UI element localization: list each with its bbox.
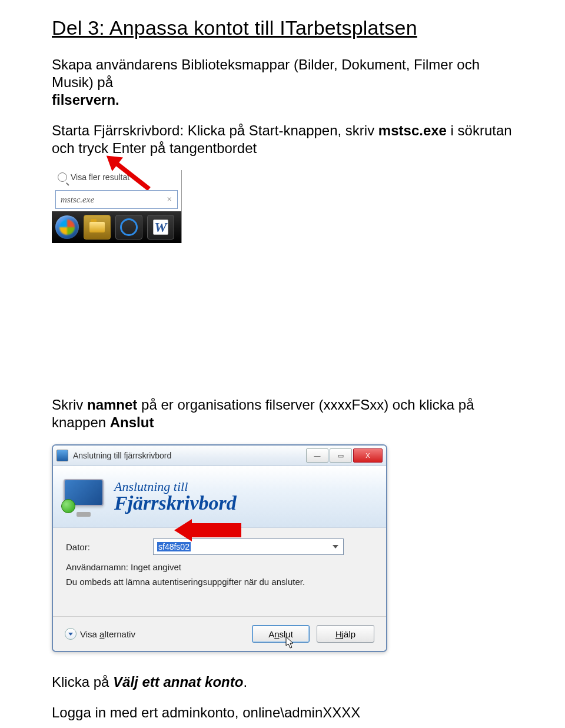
search-value: mstsc.exe bbox=[61, 195, 94, 205]
intro-pre: Skapa användarens Biblioteksmappar (Bild… bbox=[52, 56, 480, 90]
cursor-icon bbox=[285, 636, 295, 649]
app-icon bbox=[56, 450, 68, 461]
computer-value: sf48fs02 bbox=[157, 542, 191, 551]
p4-b: Välj ett annat konto bbox=[113, 674, 243, 690]
maximize-button[interactable]: ▭ bbox=[330, 448, 352, 463]
minimize-button[interactable]: — bbox=[306, 448, 328, 463]
taskbar: W bbox=[52, 211, 181, 243]
taskbar-ie-button[interactable] bbox=[115, 215, 142, 240]
show-options-label: Visa alternativ bbox=[80, 629, 135, 639]
show-more-label: Visa fler resultat bbox=[71, 172, 129, 182]
start-menu-screenshot: Visa fler resultat mstsc.exe × W bbox=[52, 170, 182, 243]
intro-paragraph: Skapa användarens Biblioteksmappar (Bild… bbox=[52, 56, 513, 109]
titlebar: Anslutning till fjärrskrivbord — ▭ X bbox=[53, 446, 386, 466]
computer-label: Dator: bbox=[66, 542, 147, 552]
clear-search-icon[interactable]: × bbox=[166, 194, 172, 205]
help-label: Hjälp bbox=[335, 629, 355, 639]
username-value: Inget angivet bbox=[131, 562, 181, 572]
username-row: Användarnamn: Inget angivet bbox=[66, 562, 373, 572]
show-options-toggle[interactable]: Visa alternativ bbox=[65, 628, 135, 640]
window-title: Anslutning till fjärrskrivbord bbox=[73, 451, 171, 460]
instruction-4: Logga in med ert adminkonto, online\admi… bbox=[52, 704, 513, 722]
p3-pre: Skriv bbox=[52, 397, 87, 413]
instruction-2: Skriv namnet på er organisations filserv… bbox=[52, 396, 513, 431]
folder-icon bbox=[89, 222, 105, 232]
banner-line2: Fjärrskrivbord bbox=[114, 492, 237, 514]
search-icon bbox=[58, 172, 67, 182]
p4-post: . bbox=[243, 674, 247, 690]
start-search-input[interactable]: mstsc.exe × bbox=[55, 190, 178, 209]
p3-b2: Anslut bbox=[110, 414, 154, 430]
dialog-banner: Anslutning till Fjärrskrivbord bbox=[53, 466, 386, 528]
p2-cmd: mstsc.exe bbox=[378, 122, 447, 138]
expand-icon bbox=[65, 628, 77, 640]
close-button[interactable]: X bbox=[353, 448, 383, 463]
p2-pre: Starta Fjärrskrivbord: Klicka på Start-k… bbox=[52, 122, 378, 138]
rdc-icon bbox=[64, 479, 106, 517]
connect-button[interactable]: Anslut bbox=[252, 625, 310, 643]
page-heading: Del 3: Anpassa kontot till ITarbetsplats… bbox=[52, 16, 513, 39]
chevron-down-icon[interactable] bbox=[333, 545, 338, 549]
taskbar-word-button[interactable]: W bbox=[147, 215, 174, 240]
word-icon: W bbox=[153, 220, 168, 235]
computer-combo[interactable]: sf48fs02 bbox=[153, 538, 344, 555]
p4-pre: Klicka på bbox=[52, 674, 113, 690]
p3-b1: namnet bbox=[87, 397, 137, 413]
auth-hint: Du ombeds att lämna autentiseringsuppgif… bbox=[66, 577, 373, 587]
show-more-results-link[interactable]: Visa fler resultat bbox=[58, 172, 129, 182]
start-button[interactable] bbox=[55, 215, 79, 239]
intro-bold: filservern. bbox=[52, 92, 119, 108]
instruction-1: Starta Fjärrskrivbord: Klicka på Start-k… bbox=[52, 122, 513, 157]
help-button[interactable]: Hjälp bbox=[317, 625, 374, 643]
taskbar-explorer-button[interactable] bbox=[84, 215, 111, 240]
instruction-3: Klicka på Välj ett annat konto. bbox=[52, 673, 513, 691]
rdc-dialog: Anslutning till fjärrskrivbord — ▭ X Ans… bbox=[52, 444, 387, 652]
username-label: Användarnamn: bbox=[66, 562, 128, 572]
ie-icon bbox=[120, 218, 138, 236]
